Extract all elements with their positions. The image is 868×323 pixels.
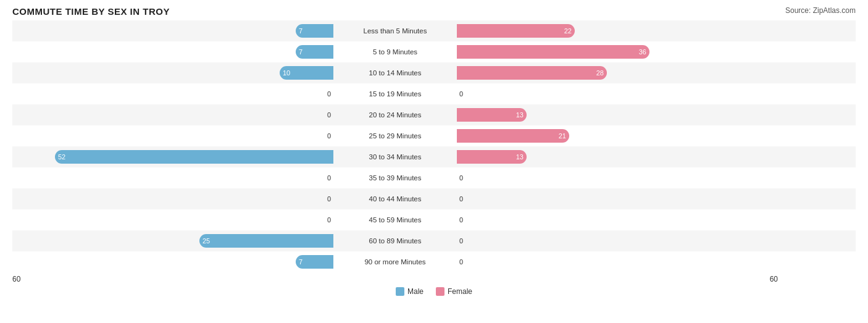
male-bar: 10 [280, 66, 333, 80]
left-section: 0 [12, 188, 333, 209]
male-bar: 52 [55, 150, 333, 164]
female-value: 28 [596, 69, 604, 77]
bar-row: 790 or more Minutes0 [12, 251, 856, 272]
male-zero-value: 0 [327, 111, 331, 119]
male-zero-value: 0 [327, 90, 331, 98]
male-bar: 7 [296, 255, 333, 269]
male-value: 10 [283, 69, 290, 77]
right-section: 0 [457, 230, 778, 251]
axis-row: 60 60 [12, 275, 856, 283]
right-section: 0 [457, 188, 778, 209]
bar-row: 040 to 44 Minutes0 [12, 188, 856, 209]
axis-right-value: 60 [770, 275, 778, 283]
female-bar: 22 [457, 24, 575, 38]
right-section: 22 [457, 20, 778, 41]
bar-row: 035 to 39 Minutes0 [12, 167, 856, 188]
female-value: 36 [639, 48, 646, 56]
chart-area: 7Less than 5 Minutes2275 to 9 Minutes361… [12, 20, 856, 272]
female-label: Female [448, 287, 472, 296]
left-section: 52 [12, 146, 333, 167]
legend-male: Male [396, 287, 424, 296]
male-value: 7 [299, 258, 303, 266]
right-section: 28 [457, 62, 778, 83]
bar-row: 75 to 9 Minutes36 [12, 41, 856, 62]
female-bar: 36 [457, 45, 649, 59]
right-section: 0 [457, 251, 778, 272]
left-section: 25 [12, 230, 333, 251]
bar-row: 045 to 59 Minutes0 [12, 209, 856, 230]
chart-title: COMMUTE TIME BY SEX IN TROY [12, 6, 170, 17]
axis-left: 60 [12, 275, 333, 283]
right-section: 36 [457, 41, 778, 62]
bar-label: 45 to 59 Minutes [333, 216, 457, 224]
right-section: 0 [457, 209, 778, 230]
bar-label: 40 to 44 Minutes [333, 195, 457, 203]
bar-label: Less than 5 Minutes [333, 27, 457, 35]
female-bar: 13 [457, 108, 527, 122]
female-zero-value: 0 [459, 90, 463, 98]
female-bar: 28 [457, 66, 607, 80]
axis-right: 60 [457, 275, 778, 283]
female-zero-value: 0 [459, 195, 463, 203]
male-zero-value: 0 [327, 132, 331, 140]
header-row: COMMUTE TIME BY SEX IN TROY Source: ZipA… [12, 6, 856, 17]
bar-label: 25 to 29 Minutes [333, 132, 457, 140]
left-section: 10 [12, 62, 333, 83]
bar-row: 015 to 19 Minutes0 [12, 83, 856, 104]
right-section: 13 [457, 146, 778, 167]
chart-container: COMMUTE TIME BY SEX IN TROY Source: ZipA… [0, 0, 868, 323]
right-section: 21 [457, 125, 778, 146]
male-value: 52 [58, 153, 65, 161]
male-bar: 7 [296, 24, 333, 38]
bar-label: 15 to 19 Minutes [333, 90, 457, 98]
bar-row: 5230 to 34 Minutes13 [12, 146, 856, 167]
male-color-box [396, 287, 404, 296]
bar-row: 2560 to 89 Minutes0 [12, 230, 856, 251]
female-bar: 13 [457, 150, 527, 164]
male-zero-value: 0 [327, 216, 331, 224]
left-section: 0 [12, 209, 333, 230]
right-section: 0 [457, 167, 778, 188]
bar-row: 020 to 24 Minutes13 [12, 104, 856, 125]
left-section: 7 [12, 20, 333, 41]
right-section: 0 [457, 83, 778, 104]
female-value: 21 [559, 132, 566, 140]
left-section: 7 [12, 41, 333, 62]
left-section: 0 [12, 125, 333, 146]
bar-label: 90 or more Minutes [333, 258, 457, 266]
bar-label: 60 to 89 Minutes [333, 237, 457, 245]
female-zero-value: 0 [459, 237, 463, 245]
bar-row: 7Less than 5 Minutes22 [12, 20, 856, 41]
female-zero-value: 0 [459, 258, 463, 266]
bar-label: 10 to 14 Minutes [333, 69, 457, 77]
female-color-box [436, 287, 444, 296]
female-zero-value: 0 [459, 174, 463, 182]
male-bar: 7 [296, 45, 333, 59]
left-section: 0 [12, 167, 333, 188]
male-bar: 25 [199, 234, 333, 248]
bar-label: 20 to 24 Minutes [333, 111, 457, 119]
bar-label: 35 to 39 Minutes [333, 174, 457, 182]
male-zero-value: 0 [327, 195, 331, 203]
female-value: 13 [516, 153, 524, 161]
female-value: 22 [564, 27, 572, 35]
bar-label: 30 to 34 Minutes [333, 153, 457, 161]
bar-row: 1010 to 14 Minutes28 [12, 62, 856, 83]
male-zero-value: 0 [327, 174, 331, 182]
source-text: Source: ZipAtlas.com [785, 6, 856, 15]
female-zero-value: 0 [459, 216, 463, 224]
left-section: 0 [12, 83, 333, 104]
male-value: 7 [299, 27, 303, 35]
left-section: 0 [12, 104, 333, 125]
female-value: 13 [516, 111, 524, 119]
bar-label: 5 to 9 Minutes [333, 48, 457, 56]
bar-row: 025 to 29 Minutes21 [12, 125, 856, 146]
legend-row: Male Female [12, 287, 856, 296]
male-label: Male [407, 287, 424, 296]
left-section: 7 [12, 251, 333, 272]
male-value: 25 [202, 237, 210, 245]
male-value: 7 [299, 48, 303, 56]
female-bar: 21 [457, 129, 569, 143]
axis-left-value: 60 [12, 275, 20, 283]
legend-female: Female [436, 287, 472, 296]
